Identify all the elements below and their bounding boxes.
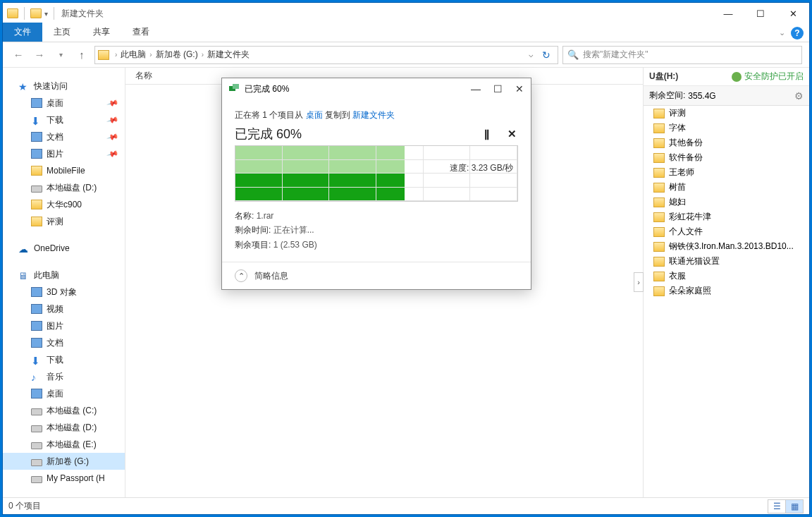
maximize-button[interactable]: ☐: [744, 3, 777, 24]
search-input[interactable]: 🔍 搜索"新建文件夹": [562, 46, 802, 64]
nav-up-button[interactable]: ↑: [73, 47, 90, 63]
nav-thispc[interactable]: 🖥此电脑: [3, 267, 125, 284]
chevron-up-icon[interactable]: ⌃: [235, 269, 247, 282]
speed-readout: 速度: 3.23 GB/秒: [450, 162, 513, 174]
pin-icon: 📌: [106, 130, 120, 143]
refresh-icon[interactable]: ↻: [538, 49, 555, 61]
usb-folder-item[interactable]: 衣服: [644, 269, 809, 284]
address-history-dropdown[interactable]: ⌵: [524, 50, 538, 59]
nav-music[interactable]: ♪音乐: [3, 368, 125, 385]
nav-local-d[interactable]: 本地磁盘 (D:): [3, 179, 125, 196]
qat-open-icon[interactable]: [30, 8, 42, 18]
usb-folder-item[interactable]: 个人文件: [644, 224, 809, 239]
usb-folder-item[interactable]: 联通光猫设置: [644, 254, 809, 269]
qat-dropdown-icon[interactable]: ▾: [44, 10, 48, 18]
nav-documents2[interactable]: 文档: [3, 334, 125, 351]
folder-icon: [653, 183, 665, 193]
help-icon[interactable]: ?: [791, 27, 804, 39]
pc-icon: 🖥: [18, 270, 30, 280]
nav-pingce[interactable]: 评测: [3, 213, 125, 230]
desktop-icon: [31, 389, 42, 399]
folder-icon: [653, 286, 665, 296]
drive-icon: [31, 442, 42, 449]
tab-view[interactable]: 查看: [121, 23, 161, 42]
copy-dest-link[interactable]: 新建文件夹: [352, 110, 395, 120]
usb-folder-item[interactable]: 朵朵家庭照: [644, 284, 809, 298]
usb-folder-item[interactable]: 王老师: [644, 165, 809, 180]
pause-button[interactable]: ǁ: [484, 128, 491, 140]
dialog-maximize-button[interactable]: ☐: [493, 83, 503, 95]
dialog-close-button[interactable]: ✕: [515, 83, 524, 95]
view-details-button[interactable]: ☰: [768, 499, 786, 513]
dialog-minimize-button[interactable]: —: [471, 83, 481, 95]
nav-pictures2[interactable]: 图片: [3, 317, 125, 334]
ribbon-collapse-icon[interactable]: ⌄: [779, 28, 785, 37]
copy-icon: [229, 84, 239, 94]
nav-documents[interactable]: 文档📌: [3, 128, 125, 145]
crumb-folder[interactable]: 新建文件夹: [205, 49, 252, 61]
close-button[interactable]: ✕: [777, 3, 809, 24]
nav-new-volume-g[interactable]: 新加卷 (G:): [3, 453, 125, 470]
qat-divider-2: [54, 7, 54, 20]
panel-collapse-button[interactable]: ›: [634, 272, 644, 292]
crumb-sep-icon[interactable]: ›: [113, 51, 118, 59]
usb-folder-item[interactable]: 字体: [644, 121, 809, 135]
navigation-pane[interactable]: ★快速访问 桌面📌 ⬇下载📌 文档📌 图片📌 MobileFile 本地磁盘 (…: [3, 68, 125, 497]
crumb-drive[interactable]: 新加卷 (G:): [154, 49, 200, 61]
pin-icon: 📌: [106, 147, 120, 160]
search-placeholder: 搜索"新建文件夹": [583, 49, 648, 61]
column-name[interactable]: 名称: [125, 70, 217, 82]
tab-share[interactable]: 共享: [82, 23, 121, 42]
nav-downloads2[interactable]: ⬇下载: [3, 351, 125, 368]
status-bar: 0 个项目 ☰ ▦: [3, 497, 809, 514]
file-tab[interactable]: 文件: [3, 23, 42, 42]
videos-icon: [31, 304, 42, 314]
drive-icon: [31, 476, 42, 483]
address-folder-icon: [98, 50, 109, 60]
nav-desktop[interactable]: 桌面📌: [3, 95, 125, 111]
nav-local-d2[interactable]: 本地磁盘 (D:): [3, 419, 125, 436]
nav-my-passport[interactable]: My Passport (H: [3, 470, 125, 487]
nav-mobilefile[interactable]: MobileFile: [3, 162, 125, 179]
nav-desktop2[interactable]: 桌面: [3, 385, 125, 402]
nav-recent-dropdown[interactable]: ▾: [52, 47, 69, 63]
nav-downloads[interactable]: ⬇下载📌: [3, 111, 125, 128]
usb-freespace-row: 剩余空间: 355.4G ⚙: [644, 86, 809, 106]
drive-icon: [31, 408, 42, 415]
usb-folder-item[interactable]: 其他备份: [644, 135, 809, 150]
nav-forward-button[interactable]: →: [31, 47, 48, 63]
crumb-sep-icon[interactable]: ›: [148, 51, 153, 59]
usb-panel: › U盘(H:) 安全防护已开启 剩余空间: 355.4G ⚙ 评测字体其他备份…: [643, 68, 809, 497]
nav-3dobjects[interactable]: 3D 对象: [3, 284, 125, 300]
nav-local-c[interactable]: 本地磁盘 (C:): [3, 402, 125, 419]
nav-onedrive[interactable]: ☁OneDrive: [3, 240, 125, 257]
usb-folder-item[interactable]: 树苗: [644, 180, 809, 195]
address-bar[interactable]: › 此电脑 › 新加卷 (G:) › 新建文件夹 ⌵ ↻: [94, 46, 558, 64]
folder-icon: [653, 168, 665, 178]
nav-local-e[interactable]: 本地磁盘 (E:): [3, 436, 125, 453]
gear-icon[interactable]: ⚙: [794, 90, 804, 102]
nav-videos[interactable]: 视频: [3, 300, 125, 317]
minimize-button[interactable]: —: [712, 3, 744, 24]
usb-folder-item[interactable]: 钢铁侠3.Iron.Man.3.2013.BD10...: [644, 239, 809, 254]
nav-pictures[interactable]: 图片📌: [3, 145, 125, 162]
search-icon: 🔍: [567, 49, 579, 60]
dialog-titlebar[interactable]: 已完成 60% — ☐ ✕: [222, 78, 531, 99]
usb-folder-item[interactable]: 评测: [644, 106, 809, 121]
folder-icon: [653, 153, 665, 163]
ribbon: 文件 主页 共享 查看 ⌄ ?: [3, 24, 809, 42]
copy-source-link[interactable]: 桌面: [306, 110, 323, 120]
usb-folder-item[interactable]: 媳妇: [644, 195, 809, 209]
crumb-sep-icon[interactable]: ›: [200, 51, 205, 59]
pin-icon: 📌: [106, 97, 120, 109]
cancel-button[interactable]: ✕: [508, 128, 518, 140]
usb-folder-item[interactable]: 软件备份: [644, 150, 809, 165]
nav-back-button[interactable]: ←: [10, 47, 27, 63]
tab-home[interactable]: 主页: [42, 23, 82, 42]
nav-quick-access[interactable]: ★快速访问: [3, 78, 125, 95]
view-icons-button[interactable]: ▦: [785, 499, 804, 513]
nav-dahua[interactable]: 大华c900: [3, 196, 125, 213]
crumb-thispc[interactable]: 此电脑: [118, 49, 148, 61]
usb-folder-item[interactable]: 彩虹花牛津: [644, 209, 809, 224]
dialog-footer[interactable]: ⌃ 简略信息: [222, 262, 531, 289]
